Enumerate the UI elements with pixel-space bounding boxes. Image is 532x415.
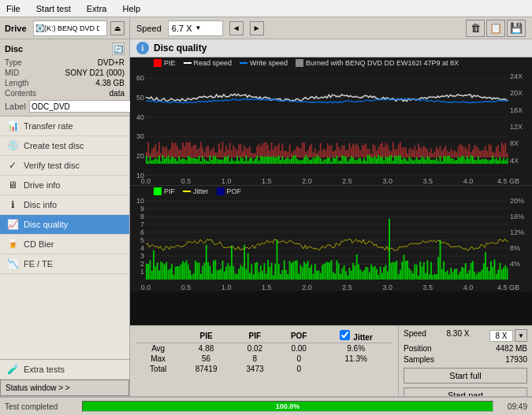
start-full-button[interactable]: Start full (404, 368, 527, 384)
mid-label: MID (5, 69, 19, 77)
speed-dropdown[interactable]: 6.7 X ▼ (168, 20, 223, 36)
position-value: 4482 MB (496, 344, 527, 353)
speed-next-btn[interactable]: ► (250, 21, 264, 35)
drive-eject-btn[interactable]: ⏏ (110, 21, 125, 35)
speed-prev-btn[interactable]: ◄ (229, 21, 244, 35)
disc-refresh-btn[interactable]: 🔄 (112, 43, 125, 55)
stats-header-jitter-check[interactable]: Jitter (320, 329, 392, 343)
extra-tests-label: Extra tests (24, 365, 65, 374)
position-label: Position (404, 344, 432, 353)
status-window-btn[interactable]: Status window > > (0, 380, 129, 396)
sidebar-item-drive-info[interactable]: 🖥 Drive info (0, 176, 129, 195)
sidebar-item-disc-quality[interactable]: 📈 Disc quality (0, 215, 129, 235)
stats-avg-pie: 4.88 (180, 343, 232, 354)
status-window-container: 🧪 Extra tests Status window > > (0, 359, 129, 396)
sidebar-item-verify-test-disc[interactable]: ✓ Verify test disc (0, 156, 129, 176)
length-value: 4.38 GB (95, 79, 125, 87)
speed-value: 6.7 X (172, 24, 192, 33)
stats-header-pie: PIE (180, 329, 232, 343)
status-bar: Test completed 100.0% 09:49 (0, 396, 532, 415)
menu-extra[interactable]: Extra (84, 3, 110, 14)
stats-avg-pof: 0.00 (277, 343, 320, 354)
menu-start-test[interactable]: Start test (33, 3, 74, 14)
pie-legend-dot (154, 59, 162, 67)
stats-avg-pif: 0.02 (233, 343, 277, 354)
speed-stat-label: Speed (404, 329, 426, 342)
contents-value: data (110, 89, 125, 98)
write-speed-legend-dot (240, 62, 247, 64)
right-controls: Speed 8.30 X 8 X ▼ Position 4482 MB Samp… (398, 326, 532, 396)
sidebar-item-cd-bier[interactable]: 🍺 CD Bier (0, 235, 129, 254)
upper-chart (130, 69, 532, 185)
start-part-button[interactable]: Start part (404, 387, 527, 396)
stats-total-pie: 87419 (180, 364, 232, 374)
stats-header-jitter: Jitter (353, 333, 372, 342)
burned-legend-label: Burned with BENQ DVD DD EW162I 47P9 at 8… (306, 59, 459, 67)
chart-container: PIE Read speed Write speed Burned w (130, 57, 532, 325)
speed-select-value: 8 X (489, 330, 513, 342)
main-container: Drive 💽 (K:) BENQ DVD DD EW164B BEGB ⏏ D… (0, 17, 532, 415)
disc-label-input[interactable] (29, 100, 134, 113)
sidebar-item-create-test-disc[interactable]: 💿 Create test disc (0, 136, 129, 156)
stats-avg-jitter: 9.6% (320, 343, 392, 354)
cd-bier-icon: 🍺 (6, 238, 19, 250)
sidebar-item-verify-test-disc-label: Verify test disc (24, 161, 80, 170)
disc-label-label: Label (5, 102, 26, 111)
sidebar: Drive 💽 (K:) BENQ DVD DD EW164B BEGB ⏏ D… (0, 17, 130, 396)
status-window-label: Status window > > (6, 384, 70, 392)
read-speed-legend-label: Read speed (194, 59, 233, 67)
stats-max-pof: 0 (277, 354, 320, 364)
stats-header-pof: POF (277, 329, 320, 343)
stats-avg-label: Avg (136, 343, 180, 354)
toolbar-copy-btn[interactable]: 📋 (486, 20, 505, 37)
stats-header-pif: PIF (233, 329, 277, 343)
sidebar-item-transfer-rate[interactable]: 📊 Transfer rate (0, 117, 129, 136)
burned-legend-dot (296, 59, 303, 67)
drive-dropdown[interactable]: 💽 (K:) BENQ DVD DD EW164B BEGB (33, 20, 107, 36)
disc-section: Disc 🔄 Type DVD+R MID SONY D21 (000) Len… (0, 39, 129, 117)
dq-header: i Disc quality (130, 39, 532, 57)
speed-select-arrow[interactable]: ▼ (515, 329, 527, 342)
toolbar-save-btn[interactable]: 💾 (507, 20, 526, 37)
drive-info-icon: 🖥 (6, 179, 19, 191)
bottom-section: PIE PIF POF Jitter Avg (130, 325, 532, 396)
extra-tests-item[interactable]: 🧪 Extra tests (0, 359, 129, 380)
status-text: Test completed (5, 402, 76, 411)
pif-legend-label: PIF (164, 187, 175, 195)
dq-icon: i (136, 42, 149, 54)
toolbar-buttons: 🗑 📋 💾 (466, 20, 526, 37)
sidebar-item-disc-info[interactable]: ℹ Disc info (0, 195, 129, 215)
jitter-checkbox[interactable] (340, 330, 350, 340)
drive-label: Drive (5, 24, 30, 33)
verify-test-disc-icon: ✓ (6, 159, 19, 172)
stats-row-total: Total 87419 3473 0 (136, 364, 392, 374)
read-speed-legend-dot (184, 62, 192, 64)
fe-te-icon: 📉 (6, 258, 19, 270)
stats-total-pof: 0 (277, 364, 320, 374)
speed-selector[interactable]: 8 X ▼ (489, 329, 527, 342)
stats-row-avg: Avg 4.88 0.02 0.00 9.6% (136, 343, 392, 354)
menu-help[interactable]: Help (119, 3, 143, 14)
mid-value: SONY D21 (000) (65, 69, 125, 77)
speed-stat-value: 8.30 X (447, 329, 470, 342)
jitter-legend-dot (183, 191, 191, 192)
lower-chart-legend: PIF Jitter POF (130, 185, 532, 197)
sidebar-item-fe-te[interactable]: 📉 FE / TE (0, 254, 129, 274)
toolbar-erase-btn[interactable]: 🗑 (466, 20, 485, 37)
position-display: Position 4482 MB (404, 344, 527, 353)
sidebar-item-disc-info-label: Disc info (24, 200, 57, 209)
speed-display: Speed 8.30 X 8 X ▼ (404, 329, 527, 342)
pif-legend-dot (154, 187, 162, 195)
menu-file[interactable]: File (3, 3, 24, 14)
drive-icon: 💽 (35, 24, 44, 32)
stats-total-jitter (320, 364, 392, 374)
lower-chart (130, 197, 532, 291)
disc-title: Disc (5, 44, 23, 54)
stats-total-pif: 3473 (233, 364, 277, 374)
speed-chevron-icon: ▼ (195, 24, 202, 31)
speed-label: Speed (136, 24, 162, 33)
stats-max-jitter: 11.3% (320, 354, 392, 364)
stats-max-label: Max (136, 354, 180, 364)
sidebar-item-create-test-disc-label: Create test disc (24, 141, 84, 150)
menubar: File Start test Extra Help (0, 0, 532, 17)
